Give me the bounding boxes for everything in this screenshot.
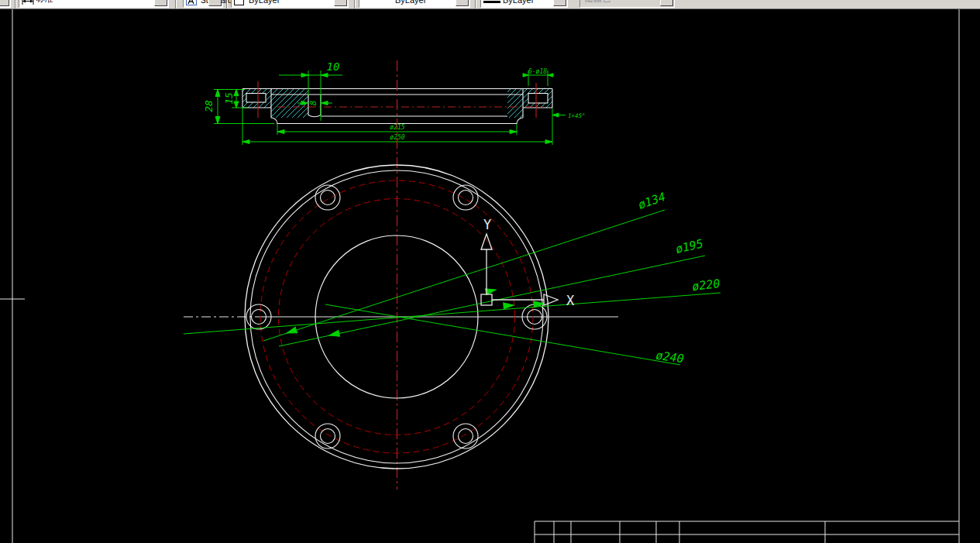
- dim-15: 15: [223, 92, 235, 105]
- chevron-down-icon[interactable]: [456, 0, 469, 6]
- diameter-leaders: [184, 210, 720, 365]
- chevron-down-icon[interactable]: [334, 0, 347, 6]
- text-style-combo[interactable]: Standard: [183, 0, 223, 8]
- linetype-control-value: ByLayer: [395, 0, 426, 5]
- toolbar-separator: [354, 0, 356, 9]
- dimension-style-icon: [22, 0, 34, 5]
- lineweight-control-combo[interactable]: ByLayer: [480, 0, 568, 8]
- toolbar-separator: [175, 0, 177, 9]
- lineweight-icon: [483, 1, 500, 3]
- dim-spigot: ø215: [390, 124, 404, 131]
- ucs-icon: [481, 234, 558, 305]
- dimension-style-combo[interactable]: 标准: [19, 0, 169, 8]
- model-space-canvas[interactable]: 28 15 10 8 6-ø18 1×45° ø215 ø250: [0, 9, 980, 543]
- lineweight-control-value: ByLayer: [503, 0, 534, 5]
- combo-fragment[interactable]: [0, 0, 11, 8]
- chevron-down-icon[interactable]: [154, 0, 167, 6]
- dia-bore-label: ø134: [636, 190, 667, 212]
- chevron-down-icon[interactable]: [0, 0, 9, 6]
- title-block: [535, 521, 959, 543]
- dia-recess-label: ø220: [691, 277, 720, 294]
- ucs-x-label: X: [566, 293, 575, 308]
- toolbar-separator: [15, 0, 16, 9]
- plot-style-control-combo: 随颜色: [579, 0, 675, 8]
- object-properties-toolbar: 标准 Standard ByLayer ByLayer ByLayer 随颜色: [0, 0, 980, 9]
- section-view: 28 15 10 8 6-ø18 1×45° ø215 ø250: [203, 60, 586, 145]
- text-style-icon: [186, 0, 197, 5]
- flange-drawing: 28 15 10 8 6-ø18 1×45° ø215 ø250: [0, 9, 980, 543]
- chevron-down-icon[interactable]: [553, 0, 566, 6]
- toolbar-separator: [226, 0, 228, 9]
- plot-style-value: 随颜色: [585, 0, 610, 5]
- chevron-down-icon: [660, 0, 673, 6]
- linetype-control-combo[interactable]: ByLayer: [359, 0, 470, 8]
- dim-chamfer: 1×45°: [568, 112, 586, 119]
- color-swatch-icon: [234, 0, 244, 5]
- dimension-style-value: 标准: [36, 0, 53, 5]
- chevron-down-icon[interactable]: [208, 0, 222, 6]
- dim-8: 8: [308, 100, 318, 105]
- dim-outer: ø250: [390, 134, 404, 141]
- dim-28: 28: [203, 100, 215, 112]
- color-control-combo[interactable]: ByLayer: [231, 0, 349, 8]
- dim-10: 10: [327, 60, 340, 73]
- plan-view: ø134 ø195 ø220 ø240 Y X: [184, 60, 720, 490]
- dim-bolt-holes: 6-ø18: [528, 68, 547, 75]
- color-control-value: ByLayer: [249, 0, 280, 5]
- dia-outer-ring-label: ø240: [655, 349, 685, 366]
- toolbar-separator: [475, 0, 476, 9]
- ucs-y-label: Y: [483, 217, 491, 232]
- dia-bolt-circle-label: ø195: [674, 236, 704, 256]
